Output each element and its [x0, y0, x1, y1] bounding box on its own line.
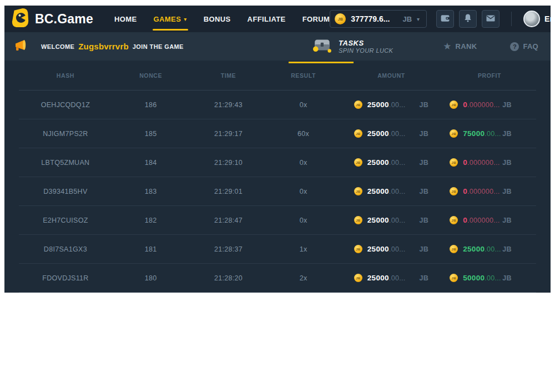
cell-nonce: 182	[112, 217, 190, 224]
nav-item-bonus[interactable]: BONUS	[204, 6, 231, 32]
nav-item-affiliate[interactable]: AFFILIATE	[248, 6, 286, 32]
cell-time: 21:29:17	[190, 130, 268, 138]
amount-unit: JB	[420, 217, 429, 224]
header-amount[interactable]: AMOUNT	[340, 72, 443, 79]
active-tab-indicator	[289, 62, 354, 63]
nav-item-label: GAMES	[154, 15, 181, 23]
cell-profit: JB 0.000000... JB	[443, 187, 536, 195]
cell-amount: JB 25000.00... JB	[340, 274, 443, 282]
cell-result: 60x	[267, 130, 339, 138]
cell-hash[interactable]: LBTQ5ZMUAN	[19, 159, 112, 167]
nav-left: BC.Game HOME GAMES ▾ BONUS AFFILIATE FOR…	[10, 6, 330, 32]
megaphone-icon	[12, 39, 27, 54]
messages-button[interactable]	[482, 10, 500, 28]
cell-profit: JB 50000.00... JB	[443, 274, 536, 282]
coin-icon: JB	[354, 129, 362, 138]
question-icon: ?	[510, 42, 519, 51]
header-nonce[interactable]: NONCE	[112, 72, 190, 79]
nav-right: JB 377779.6... JB ▾	[330, 10, 555, 28]
chevron-down-icon: ▾	[184, 16, 186, 22]
cell-result: 0x	[267, 188, 339, 195]
coin-icon: JB	[450, 216, 458, 224]
amount-unit: JB	[420, 274, 429, 282]
nav-item-home[interactable]: HOME	[114, 6, 137, 32]
cell-amount: JB 25000.00... JB	[340, 187, 443, 195]
header-hash[interactable]: HASH	[19, 72, 112, 79]
cell-hash[interactable]: OEHJCQDQ1Z	[19, 101, 112, 109]
nav-item-label: AFFILIATE	[248, 15, 286, 23]
table-row[interactable]: OEHJCQDQ1Z 186 21:29:43 0x JB 25000.00..…	[19, 91, 536, 119]
cell-hash[interactable]: D39341B5HV	[19, 188, 112, 195]
bets-panel: HASH NONCE TIME RESULT AMOUNT PROFIT OEH…	[4, 61, 551, 293]
chevron-down-icon: ▾	[417, 16, 420, 22]
coin-icon: JB	[354, 216, 362, 224]
cell-hash[interactable]: E2H7CUISOZ	[19, 217, 112, 224]
coin-icon: JB	[354, 158, 362, 167]
cell-nonce: 185	[112, 130, 190, 138]
cell-result: 0x	[267, 159, 339, 167]
cell-time: 21:29:01	[190, 188, 268, 195]
welcome-prefix: WELCOME	[41, 43, 74, 50]
cell-amount: JB 25000.00... JB	[340, 245, 443, 253]
table-body: OEHJCQDQ1Z 186 21:29:43 0x JB 25000.00..…	[19, 91, 536, 293]
header-result[interactable]: RESULT	[267, 72, 339, 79]
coin-icon: JB	[354, 187, 362, 195]
coin-icon: JB	[450, 100, 458, 109]
wallet-button[interactable]	[436, 10, 454, 28]
cell-profit: JB 0.000000... JB	[443, 158, 536, 167]
table-row[interactable]: FDOVDJS11R 180 21:28:20 2x JB 25000.00..…	[19, 264, 536, 293]
cell-hash[interactable]: D8I7SA1GX3	[19, 245, 112, 253]
cell-hash[interactable]: FDOVDJS11R	[19, 274, 112, 282]
amount-unit: JB	[420, 188, 429, 195]
faq-button[interactable]: ? FAQ	[510, 42, 538, 51]
profit-unit: JB	[502, 217, 512, 224]
cell-hash[interactable]: NJIGM7PS2R	[19, 130, 112, 138]
profit-unit: JB	[502, 274, 512, 282]
main-nav: HOME GAMES ▾ BONUS AFFILIATE FORUM	[114, 6, 330, 32]
tasks-subtitle: SPIN YOUR LUCK	[339, 47, 393, 54]
star-icon: ★	[443, 42, 451, 51]
tasks-labels: TASKS SPIN YOUR LUCK	[339, 39, 393, 54]
cell-time: 21:28:37	[190, 245, 268, 253]
rank-label: RANK	[456, 42, 477, 51]
coin-icon: JB	[335, 13, 346, 24]
faq-label: FAQ	[523, 42, 538, 51]
welcome-suffix: JOIN THE GAME	[133, 43, 184, 50]
divider	[511, 12, 512, 26]
header-profit[interactable]: PROFIT	[443, 72, 536, 79]
cell-nonce: 181	[112, 245, 190, 253]
amount-unit: JB	[420, 245, 429, 253]
cell-result: 0x	[267, 217, 339, 224]
logo[interactable]: BC.Game	[10, 7, 93, 31]
table-row[interactable]: NJIGM7PS2R 185 21:29:17 60x JB 25000.00.…	[19, 119, 536, 148]
cell-nonce: 184	[112, 159, 190, 167]
balance-selector[interactable]: JB 377779.6... JB ▾	[330, 10, 427, 28]
tasks-widget[interactable]: TASKS SPIN YOUR LUCK	[313, 37, 393, 56]
table-row[interactable]: LBTQ5ZMUAN 184 21:29:10 0x JB 25000.00..…	[19, 148, 536, 177]
table-row[interactable]: D8I7SA1GX3 181 21:28:37 1x JB 25000.00..…	[19, 235, 536, 264]
table-header-row: HASH NONCE TIME RESULT AMOUNT PROFIT	[19, 61, 536, 91]
notifications-button[interactable]	[459, 10, 477, 28]
header-time[interactable]: TIME	[190, 72, 268, 79]
table-row[interactable]: E2H7CUISOZ 182 21:28:47 0x JB 25000.00..…	[19, 206, 536, 235]
nav-item-label: FORUM	[302, 15, 330, 23]
nav-item-games[interactable]: GAMES ▾	[154, 6, 187, 32]
logo-title: BC.Game	[35, 12, 93, 27]
user-menu[interactable]: Enkidua ▾	[523, 11, 555, 27]
treasure-chest-icon	[313, 37, 333, 56]
rank-button[interactable]: ★ RANK	[443, 42, 477, 51]
table-row[interactable]: D39341B5HV 183 21:29:01 0x JB 25000.00..…	[19, 177, 536, 206]
nav-item-forum[interactable]: FORUM	[302, 6, 330, 32]
cell-profit: JB 0.000000... JB	[443, 100, 536, 109]
amount-unit: JB	[420, 159, 429, 167]
cell-amount: JB 25000.00... JB	[340, 100, 443, 109]
logo-icon	[10, 7, 30, 31]
welcome-username: Zugsbvrrvrb	[78, 42, 129, 51]
username: Enkidua	[544, 14, 555, 23]
coin-icon: JB	[450, 187, 458, 195]
cell-time: 21:28:47	[190, 217, 268, 224]
amount-unit: JB	[420, 101, 429, 109]
tasks-title: TASKS	[339, 39, 393, 47]
cell-result: 1x	[267, 245, 339, 253]
cell-time: 21:29:43	[190, 101, 268, 109]
